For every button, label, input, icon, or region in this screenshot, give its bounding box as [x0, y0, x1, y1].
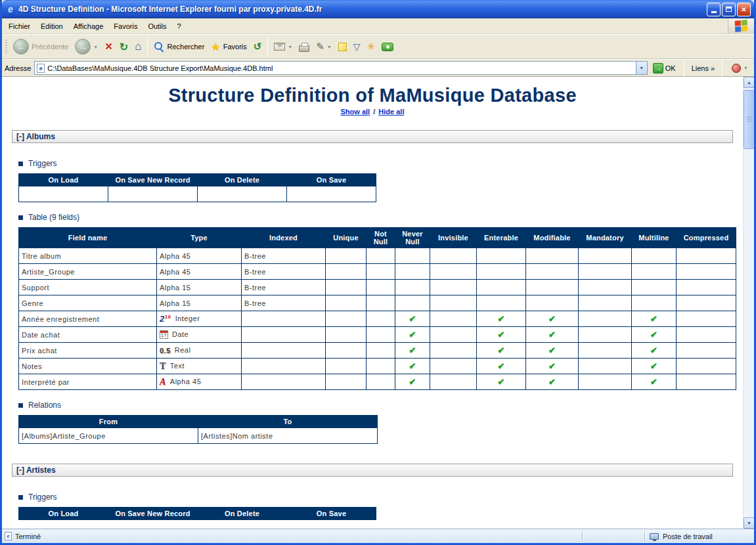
field-name-cell: Titre album [19, 248, 157, 264]
mail-button[interactable]: ▼ [271, 41, 296, 53]
links-separator: / [373, 108, 375, 116]
address-input[interactable] [47, 64, 633, 72]
flag-cell [326, 343, 367, 359]
flag-cell: ✔ [526, 327, 579, 343]
flag-cell: ✔ [477, 327, 526, 343]
flag-cell [367, 374, 395, 390]
relation-cell: [Albums]Artiste_Groupe [19, 428, 198, 444]
green-check-icon: ✔ [498, 330, 505, 339]
green-check-icon: ✔ [650, 361, 657, 371]
indexed-cell: B-tree [242, 264, 326, 280]
edit-dropdown-icon: ▼ [327, 45, 332, 49]
field-type-cell: 0.5Real [157, 343, 242, 359]
flag-cell [326, 264, 367, 280]
indexed-cell [242, 327, 326, 343]
menu-item-affichage[interactable]: Affichage [68, 20, 109, 32]
square-bullet-icon [18, 162, 23, 166]
filter-button[interactable]: ▽ [350, 39, 364, 54]
real-type-icon: 0.5 [160, 347, 171, 355]
field-row: GenreAlpha 15B-tree [19, 295, 736, 311]
refresh-button[interactable]: ↻ [116, 39, 131, 55]
flag-cell [477, 295, 526, 311]
status-empty-segment [583, 529, 644, 543]
green-check-icon: ✔ [409, 377, 416, 387]
back-button[interactable]: ← Précédente [10, 37, 72, 56]
column-header: To [198, 416, 378, 428]
artistes-triggers-text: Triggers [28, 492, 57, 502]
flag-cell [430, 248, 477, 264]
messenger-button[interactable] [378, 41, 397, 53]
green-check-icon: ✔ [548, 330, 556, 339]
flag-cell [677, 264, 736, 280]
indexed-cell: B-tree [242, 248, 326, 264]
flag-cell [526, 248, 579, 264]
field-name-cell: Genre [19, 295, 157, 311]
scrollbar-thumb[interactable] [744, 90, 754, 149]
alpha-type-icon: A [160, 377, 166, 387]
field-type-cell: Alpha 45 [157, 248, 242, 264]
forward-icon: → [75, 39, 91, 54]
indexed-cell [242, 374, 326, 390]
show-all-link[interactable]: Show all [341, 108, 370, 116]
edit-button[interactable]: ✎ ▼ [313, 39, 335, 54]
flag-cell [395, 264, 430, 280]
close-button[interactable]: ✕ [737, 3, 751, 16]
flag-cell [579, 295, 632, 311]
research-button[interactable]: ✳ [364, 39, 379, 54]
flag-cell: ✔ [632, 311, 677, 327]
field-name-cell: Année enregistrement [19, 311, 157, 327]
toolbar-grip[interactable] [5, 39, 7, 54]
search-icon [154, 41, 164, 52]
column-header: Not Null [367, 228, 395, 248]
forward-button[interactable]: → ▼ [72, 37, 101, 56]
menu-bar-items: FichierEditionAffichageFavorisOutils? [3, 20, 187, 32]
column-header: On Delete [198, 174, 287, 186]
flag-cell: ✔ [477, 359, 526, 374]
flag-cell [579, 327, 632, 343]
links-menu[interactable]: Liens » [690, 64, 716, 72]
flag-cell [367, 248, 395, 264]
toolbar-separator [267, 38, 268, 55]
status-text: Terminé [15, 533, 41, 540]
flag-cell [677, 343, 736, 359]
flag-cell [430, 264, 477, 280]
hide-all-link[interactable]: Hide all [378, 108, 404, 116]
vertical-scrollbar[interactable]: ▲ ▼ [743, 77, 754, 529]
address-dropdown-button[interactable]: ▼ [636, 62, 647, 74]
field-type-cell: 17Date [157, 327, 242, 343]
flag-cell [326, 248, 367, 264]
discuss-button[interactable] [335, 41, 350, 53]
minimize-button[interactable] [707, 3, 721, 16]
stop-button[interactable]: ✕ [101, 39, 116, 54]
scroll-up-button[interactable]: ▲ [744, 77, 754, 88]
section-artistes-header[interactable]: [-] Artistes [12, 464, 733, 477]
go-button[interactable]: → OK [651, 63, 678, 74]
field-type-cell: TText [157, 359, 242, 374]
flag-cell: ✔ [395, 327, 430, 343]
flag-cell [632, 248, 677, 264]
menu-item-fichier[interactable]: Fichier [3, 20, 35, 32]
menu-item-favoris[interactable]: Favoris [108, 20, 143, 32]
home-button[interactable]: ⌂ [131, 38, 145, 55]
links-chevron-icon: » [711, 64, 715, 72]
albums-relations-text: Relations [28, 401, 61, 410]
menu-item-aide[interactable]: ? [172, 20, 187, 32]
flag-cell: ✔ [526, 359, 579, 374]
indexed-cell: B-tree [242, 280, 326, 295]
flag-cell [430, 327, 477, 343]
back-label: Précédente [32, 43, 68, 51]
print-button[interactable] [296, 40, 313, 54]
section-albums-header[interactable]: [-] Albums [12, 130, 733, 143]
maximize-button[interactable] [722, 3, 736, 16]
history-button[interactable]: ↺ [250, 39, 265, 54]
favorites-button[interactable]: ★ Favoris [208, 39, 250, 55]
addon-button[interactable]: ▼ [728, 62, 751, 75]
scroll-down-button[interactable]: ▼ [744, 517, 754, 529]
search-button[interactable]: Rechercher [150, 39, 208, 54]
relation-cell: [Artistes]Nom artiste [198, 428, 378, 444]
menu-item-edition[interactable]: Edition [35, 20, 68, 32]
menu-item-outils[interactable]: Outils [143, 20, 171, 32]
flag-cell [677, 248, 736, 264]
flag-cell [677, 311, 736, 327]
indexed-cell [242, 311, 326, 327]
